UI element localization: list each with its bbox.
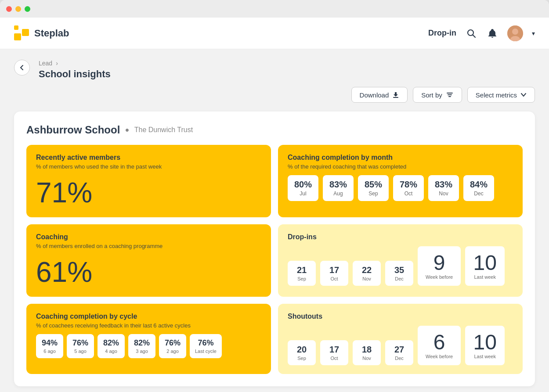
cycle-box: 82%4 ago bbox=[98, 334, 125, 358]
month-boxes-container: 80%Jul83%Aug85%Sep78%Oct83%Nov84%Dec bbox=[288, 175, 513, 201]
logo-area: Steplab bbox=[14, 25, 428, 41]
nav-right: Drop-in bbox=[428, 25, 535, 41]
svg-rect-0 bbox=[14, 33, 21, 40]
svg-line-4 bbox=[473, 35, 476, 37]
month-box: 80%Jul bbox=[288, 175, 318, 201]
breadcrumb-chevron: › bbox=[56, 60, 58, 67]
shoutout-item-box: 17Oct bbox=[320, 340, 348, 365]
shoutout-item-box: 27Dec bbox=[385, 340, 413, 365]
logo-text: Steplab bbox=[34, 28, 69, 39]
school-name: Ashburrow School bbox=[26, 124, 120, 136]
bell-icon[interactable] bbox=[486, 27, 498, 40]
logo-icon bbox=[14, 25, 30, 41]
month-box: 78%Oct bbox=[393, 175, 424, 201]
coaching-title: Coaching bbox=[36, 233, 261, 241]
maximize-button[interactable] bbox=[25, 6, 30, 12]
page-title: School insights bbox=[39, 68, 111, 80]
dropins-title: Drop-ins bbox=[288, 233, 513, 241]
cycle-box: 94%6 ago bbox=[36, 334, 63, 358]
avatar-chevron[interactable]: ▾ bbox=[532, 30, 535, 37]
svg-rect-1 bbox=[14, 25, 18, 30]
breadcrumb: Lead › bbox=[39, 60, 111, 67]
month-box: 83%Nov bbox=[428, 175, 459, 201]
select-metrics-button[interactable]: Select metrics bbox=[467, 87, 535, 103]
select-metrics-label: Select metrics bbox=[476, 91, 517, 99]
back-button[interactable] bbox=[14, 60, 30, 76]
coaching-by-month-subtitle: % of the required coaching that was comp… bbox=[288, 163, 513, 170]
breadcrumb-title-block: Lead › School insights bbox=[39, 60, 111, 80]
coaching-by-month-card: Coaching completion by month % of the re… bbox=[278, 145, 523, 217]
shoutouts-card: Shoutouts 20Sep17Oct18Nov27Dec6Week befo… bbox=[278, 304, 523, 374]
sort-button[interactable]: Sort by bbox=[413, 87, 462, 103]
metrics-chevron-icon bbox=[520, 92, 527, 98]
toolbar: Download Sort by Select metrics bbox=[14, 87, 535, 103]
cycle-boxes-container: 94%6 ago76%5 ago82%4 ago82%3 ago76%2 ago… bbox=[36, 334, 261, 358]
top-nav: Steplab Drop-in bbox=[0, 18, 549, 49]
coaching-by-cycle-title: Coaching completion by cycle bbox=[36, 313, 261, 320]
page-body: Lead › School insights Download Sort by bbox=[0, 49, 549, 392]
coaching-by-month-title: Coaching completion by month bbox=[288, 154, 513, 162]
month-box: 83%Aug bbox=[323, 175, 354, 201]
app-window: Steplab Drop-in bbox=[0, 0, 549, 392]
school-trust: The Dunwich Trust bbox=[134, 126, 193, 134]
download-label: Download bbox=[360, 91, 389, 99]
dropin-item-box: 35Dec bbox=[385, 261, 413, 286]
dropin-last-week-box: 10Last week bbox=[465, 246, 505, 286]
svg-rect-8 bbox=[393, 97, 398, 98]
sort-icon bbox=[446, 91, 454, 99]
shoutouts-boxes: 20Sep17Oct18Nov27Dec6Week before10Last w… bbox=[288, 326, 513, 365]
cycle-box: 76%Last cycle bbox=[190, 334, 222, 358]
recently-active-subtitle: % of members who used the site in the pa… bbox=[36, 163, 261, 170]
coaching-by-cycle-card: Coaching completion by cycle % of coache… bbox=[26, 304, 271, 374]
recently-active-title: Recently active members bbox=[36, 154, 261, 162]
recently-active-value: 71% bbox=[36, 175, 261, 209]
month-box: 84%Dec bbox=[463, 175, 494, 201]
school-title-row: Ashburrow School • The Dunwich Trust bbox=[26, 124, 523, 136]
coaching-by-cycle-subtitle: % of coachees receiving feedback in thei… bbox=[36, 322, 261, 329]
dropin-item-box: 21Sep bbox=[288, 261, 316, 286]
shoutout-item-box: 18Nov bbox=[353, 340, 381, 365]
download-icon bbox=[392, 91, 399, 98]
shoutouts-title: Shoutouts bbox=[288, 313, 513, 320]
minimize-button[interactable] bbox=[15, 6, 21, 12]
coaching-value: 61% bbox=[36, 255, 261, 288]
month-box: 85%Sep bbox=[358, 175, 389, 201]
svg-rect-2 bbox=[22, 29, 29, 36]
dropin-week-before-box: 9Week before bbox=[418, 246, 461, 286]
metrics-grid: Recently active members % of members who… bbox=[26, 145, 523, 374]
dropin-label: Drop-in bbox=[428, 29, 456, 38]
avatar[interactable] bbox=[507, 25, 523, 41]
search-icon[interactable] bbox=[465, 27, 477, 40]
main-card: Ashburrow School • The Dunwich Trust Rec… bbox=[14, 111, 535, 386]
shoutout-item-box: 20Sep bbox=[288, 340, 316, 365]
dot-separator: • bbox=[125, 124, 129, 136]
dropins-card: Drop-ins 21Sep17Oct22Nov35Dec9Week befor… bbox=[278, 224, 523, 297]
download-button[interactable]: Download bbox=[351, 87, 408, 103]
svg-point-6 bbox=[512, 29, 518, 35]
recently-active-card: Recently active members % of members who… bbox=[26, 145, 271, 217]
dropin-item-box: 22Nov bbox=[353, 261, 381, 286]
shoutout-last-week-box: 10Last week bbox=[465, 326, 505, 365]
cycle-box: 76%5 ago bbox=[67, 334, 94, 358]
title-bar bbox=[0, 0, 549, 18]
cycle-box: 82%3 ago bbox=[128, 334, 155, 358]
dropins-boxes: 21Sep17Oct22Nov35Dec9Week before10Last w… bbox=[288, 246, 513, 286]
coaching-card: Coaching % of members enrolled on a coac… bbox=[26, 224, 271, 297]
close-button[interactable] bbox=[6, 6, 12, 12]
shoutout-week-before-box: 6Week before bbox=[418, 326, 461, 365]
coaching-subtitle: % of members enrolled on a coaching prog… bbox=[36, 243, 261, 249]
breadcrumb-lead: Lead bbox=[39, 60, 52, 67]
dropin-item-box: 17Oct bbox=[320, 261, 348, 286]
cycle-box: 76%2 ago bbox=[159, 334, 186, 358]
sort-label: Sort by bbox=[421, 91, 442, 99]
